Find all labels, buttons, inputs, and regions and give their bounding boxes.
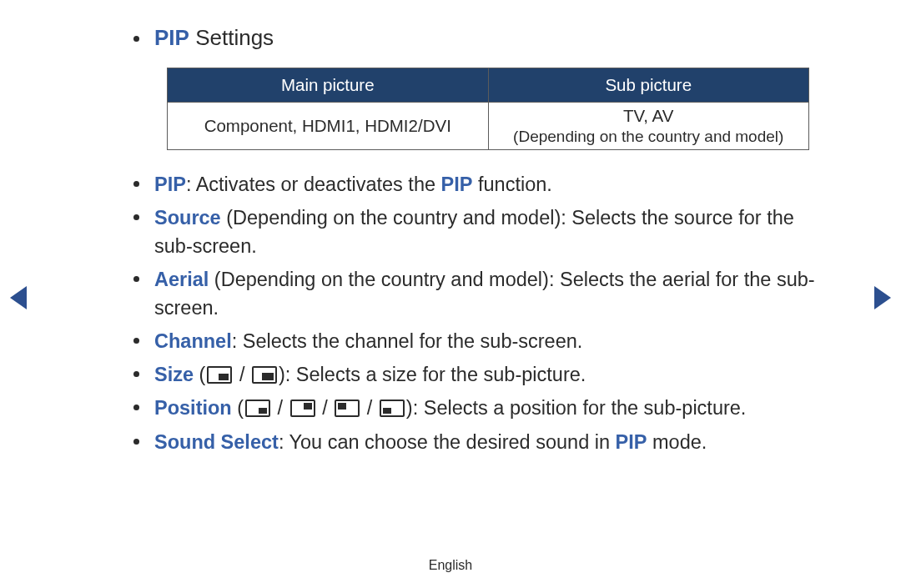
text: function.	[472, 173, 551, 195]
bullet-icon	[133, 214, 139, 220]
text: mode.	[647, 431, 707, 453]
th-sub: Sub picture	[488, 68, 809, 103]
title-rest: Settings	[189, 25, 274, 50]
label-aerial: Aerial	[154, 269, 209, 290]
item-sound-select: Sound Select: You can choose the desired…	[133, 428, 826, 456]
td-sub-line1: TV, AV	[623, 106, 673, 125]
next-page-arrow[interactable]	[874, 286, 891, 309]
bullet-icon	[133, 405, 139, 410]
label-sound: Sound Select	[154, 431, 279, 453]
label-position: Position	[154, 397, 232, 419]
prev-page-arrow[interactable]	[10, 286, 27, 309]
footer-language: English	[0, 558, 901, 573]
bullet-icon	[133, 439, 139, 445]
pos-bottom-right-icon	[245, 400, 270, 417]
item-source: Source (Depending on the country and mod…	[133, 204, 826, 260]
label-channel: Channel	[154, 330, 232, 352]
item-aerial: Aerial (Depending on the country and mod…	[133, 265, 826, 322]
th-main: Main picture	[168, 68, 489, 103]
sep: /	[361, 397, 378, 419]
item-size: Size ( / ): Selects a size for the sub-p…	[133, 360, 826, 389]
section-title: PIP Settings	[133, 25, 826, 51]
bullet-icon	[133, 36, 139, 42]
label-pip3: PIP	[616, 431, 647, 453]
size-large-icon	[252, 366, 277, 384]
item-pip: PIP: Activates or deactivates the PIP fu…	[133, 170, 826, 199]
table-row: Component, HDMI1, HDMI2/DVI TV, AV (Depe…	[168, 103, 809, 150]
td-main: Component, HDMI1, HDMI2/DVI	[168, 103, 489, 150]
text: ): Selects a position for the sub-pictur…	[406, 397, 747, 419]
bullet-icon	[133, 371, 139, 377]
item-channel: Channel: Selects the channel for the sub…	[133, 327, 826, 355]
text: (Depending on the country and model): Se…	[154, 207, 794, 257]
bullet-icon	[133, 276, 139, 282]
title-highlight: PIP	[154, 25, 189, 50]
page-content: PIP Settings Main picture Sub picture Co…	[0, 0, 901, 456]
text: (Depending on the country and model): Se…	[154, 269, 815, 319]
pos-bottom-left-icon	[380, 400, 405, 417]
text: : Activates or deactivates the	[186, 173, 441, 195]
text: (	[232, 397, 244, 419]
settings-list: PIP: Activates or deactivates the PIP fu…	[133, 170, 826, 456]
td-sub-line2: (Depending on the country and model)	[513, 128, 783, 145]
size-small-icon	[207, 366, 232, 384]
bullet-icon	[133, 181, 139, 187]
text: : Selects the channel for the sub-screen…	[232, 330, 583, 352]
label-pip2: PIP	[441, 173, 473, 195]
sep: /	[234, 364, 250, 385]
sep: /	[317, 397, 334, 419]
pos-top-left-icon	[335, 400, 360, 417]
text: : You can choose the desired sound in	[279, 431, 616, 453]
bullet-icon	[133, 338, 139, 344]
sep: /	[272, 397, 289, 419]
text: (	[194, 364, 205, 385]
item-position: Position ( / / / ): Selects a position f…	[133, 394, 826, 422]
label-size: Size	[154, 364, 194, 385]
label-pip: PIP	[154, 173, 186, 195]
td-sub: TV, AV (Depending on the country and mod…	[488, 103, 809, 150]
pos-top-right-icon	[290, 400, 315, 417]
pip-table: Main picture Sub picture Component, HDMI…	[167, 68, 809, 150]
text: ): Selects a size for the sub-picture.	[279, 364, 586, 385]
label-source: Source	[154, 207, 221, 229]
